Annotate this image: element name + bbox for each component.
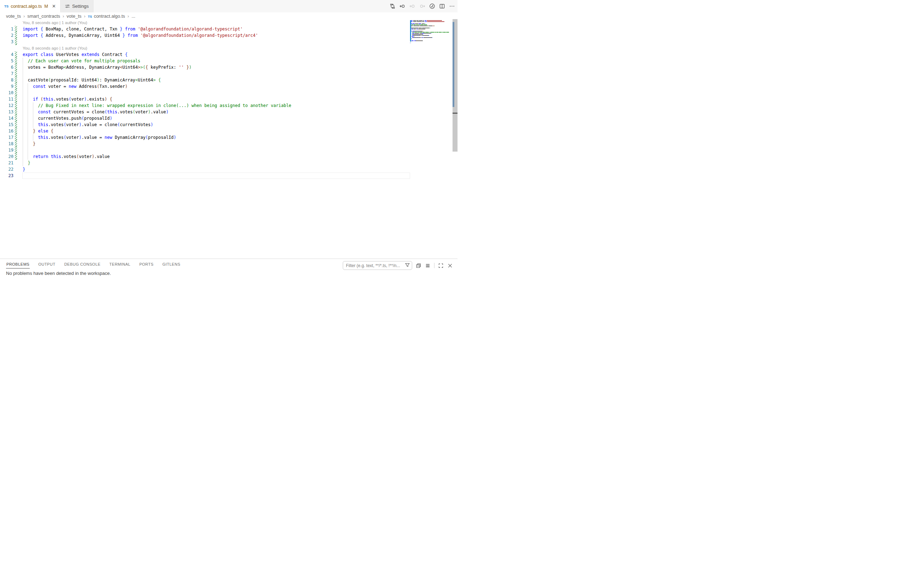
- line-number[interactable]: 11: [8, 96, 13, 102]
- line-number[interactable]: 1: [11, 26, 13, 32]
- gutter[interactable]: 19: [0, 147, 18, 153]
- code-content[interactable]: return this.votes(voter).value: [18, 153, 457, 160]
- gutter[interactable]: 13: [0, 109, 18, 115]
- gutter[interactable]: 4: [0, 52, 18, 58]
- gutter[interactable]: 6: [0, 64, 18, 71]
- code-content[interactable]: currentVotes.push(proposalId): [18, 115, 457, 121]
- code-line-15[interactable]: 15 this.votes(voter).value = clone(curre…: [0, 121, 457, 128]
- code-line-11[interactable]: 11 if (this.votes(voter).exists) {: [0, 96, 457, 102]
- panel-tab-ports[interactable]: PORTS: [139, 259, 154, 268]
- code-line-9[interactable]: 9 const voter = new Address(Txn.sender): [0, 83, 457, 90]
- gutter[interactable]: 5: [0, 58, 18, 64]
- gutter[interactable]: 23: [0, 173, 18, 179]
- code-line-16[interactable]: 16 } else {: [0, 128, 457, 134]
- code-line-18[interactable]: 18 }: [0, 141, 457, 147]
- code-content[interactable]: this.votes(voter).value = new DynamicArr…: [18, 134, 457, 141]
- breadcrumb-item-smart-contracts[interactable]: smart_contracts: [27, 13, 60, 19]
- problems-filter-input[interactable]: [343, 261, 412, 270]
- code-content[interactable]: // Bug Fixed in next line: wrapped expre…: [18, 102, 457, 109]
- line-number[interactable]: 14: [8, 115, 13, 121]
- gutter[interactable]: 9: [0, 83, 18, 90]
- line-number[interactable]: 6: [11, 64, 13, 71]
- code-line-5[interactable]: 5 // Each user can vote for multiple pro…: [0, 58, 457, 64]
- code-line-7[interactable]: 7: [0, 71, 457, 77]
- tab-settings[interactable]: Settings: [61, 0, 94, 12]
- line-number[interactable]: 19: [8, 147, 13, 153]
- tab-close-icon[interactable]: ✕: [52, 4, 56, 8]
- gutter[interactable]: 8: [0, 77, 18, 83]
- close-panel-icon[interactable]: [447, 263, 453, 268]
- panel-tab-debug-console[interactable]: DEBUG CONSOLE: [64, 259, 100, 268]
- code-line-20[interactable]: 20 return this.votes(voter).value: [0, 153, 457, 160]
- code-line-19[interactable]: 19: [0, 147, 457, 153]
- gutter[interactable]: 12: [0, 102, 18, 109]
- gutter[interactable]: 7: [0, 71, 18, 77]
- code-line-1[interactable]: 1import { BoxMap, clone, Contract, Txn }…: [0, 26, 457, 32]
- gutter[interactable]: 18: [0, 141, 18, 147]
- panel-tab-gitlens[interactable]: GITLENS: [162, 259, 181, 268]
- split-editor-icon[interactable]: [439, 3, 445, 9]
- gitlens-blame-annotation[interactable]: You, 8 seconds ago | 1 author (You): [0, 45, 457, 52]
- breadcrumb-item--[interactable]: ...: [131, 13, 135, 19]
- code-content[interactable]: }: [18, 160, 457, 166]
- gutter[interactable]: 16: [0, 128, 18, 134]
- line-number[interactable]: 16: [8, 128, 13, 134]
- code-content[interactable]: this.votes(voter).value = clone(currentV…: [18, 121, 457, 128]
- more-actions-icon[interactable]: [449, 3, 455, 9]
- line-number[interactable]: 13: [8, 109, 13, 115]
- code-content[interactable]: const currentVotes = clone(this.votes(vo…: [18, 109, 457, 115]
- gutter[interactable]: 14: [0, 115, 18, 121]
- line-number[interactable]: 10: [8, 90, 13, 96]
- code-content[interactable]: const voter = new Address(Txn.sender): [18, 83, 457, 90]
- code-content[interactable]: }: [18, 141, 457, 147]
- code-line-21[interactable]: 21 }: [0, 160, 457, 166]
- code-content[interactable]: [18, 90, 457, 96]
- code-content[interactable]: [18, 173, 457, 179]
- code-content[interactable]: [18, 71, 457, 77]
- line-number[interactable]: 21: [8, 160, 13, 166]
- line-number[interactable]: 17: [8, 134, 13, 141]
- line-number[interactable]: 23: [8, 173, 13, 179]
- line-number[interactable]: 3: [11, 39, 13, 45]
- code-content[interactable]: castVote(proposalId: Uint64): DynamicArr…: [18, 77, 457, 83]
- code-line-17[interactable]: 17 this.votes(voter).value = new Dynamic…: [0, 134, 457, 141]
- code-line-4[interactable]: 4export class UserVotes extends Contract…: [0, 52, 457, 58]
- line-number[interactable]: 5: [11, 58, 13, 64]
- gutter[interactable]: 10: [0, 90, 18, 96]
- gutter[interactable]: 20: [0, 153, 18, 160]
- code-line-12[interactable]: 12 // Bug Fixed in next line: wrapped ex…: [0, 102, 457, 109]
- code-content[interactable]: votes = BoxMap<Address, DynamicArray<Uin…: [18, 64, 457, 71]
- line-number[interactable]: 22: [8, 166, 13, 173]
- collapse-all-icon[interactable]: [416, 263, 421, 268]
- code-content[interactable]: import { BoxMap, clone, Contract, Txn } …: [18, 26, 457, 32]
- line-number[interactable]: 15: [8, 121, 13, 128]
- maximize-panel-icon[interactable]: [438, 263, 444, 268]
- breadcrumb-item-contract-algo-ts[interactable]: TScontract.algo.ts: [88, 13, 125, 19]
- gitlens-blame-annotation[interactable]: You, 8 seconds ago | 1 author (You): [0, 19, 457, 26]
- gutter[interactable]: 1: [0, 26, 18, 32]
- line-number[interactable]: 8: [11, 77, 13, 83]
- code-content[interactable]: export class UserVotes extends Contract …: [18, 52, 457, 58]
- code-line-8[interactable]: 8 castVote(proposalId: Uint64): DynamicA…: [0, 77, 457, 83]
- open-changes-icon[interactable]: [389, 3, 395, 9]
- line-number[interactable]: 9: [11, 83, 13, 90]
- code-content[interactable]: [18, 147, 457, 153]
- code-content[interactable]: // Each user can vote for multiple propo…: [18, 58, 457, 64]
- line-number[interactable]: 7: [11, 71, 13, 77]
- gutter[interactable]: 22: [0, 166, 18, 173]
- code-line-10[interactable]: 10: [0, 90, 457, 96]
- code-content[interactable]: }: [18, 166, 457, 173]
- panel-tab-problems[interactable]: PROBLEMS: [6, 259, 30, 268]
- tab-contract-algo-ts[interactable]: TScontract.algo.tsM✕: [0, 0, 61, 12]
- gutter[interactable]: 17: [0, 134, 18, 141]
- code-line-23[interactable]: 23: [0, 173, 457, 179]
- code-content[interactable]: import { Address, DynamicArray, Uint64 }…: [18, 32, 457, 39]
- code-content[interactable]: } else {: [18, 128, 457, 134]
- gutter[interactable]: 11: [0, 96, 18, 102]
- line-number[interactable]: 2: [11, 32, 13, 39]
- panel-tab-output[interactable]: OUTPUT: [38, 259, 56, 268]
- gutter[interactable]: 15: [0, 121, 18, 128]
- line-number[interactable]: 20: [8, 153, 13, 160]
- code-line-14[interactable]: 14 currentVotes.push(proposalId): [0, 115, 457, 121]
- previous-change-icon[interactable]: [399, 3, 405, 9]
